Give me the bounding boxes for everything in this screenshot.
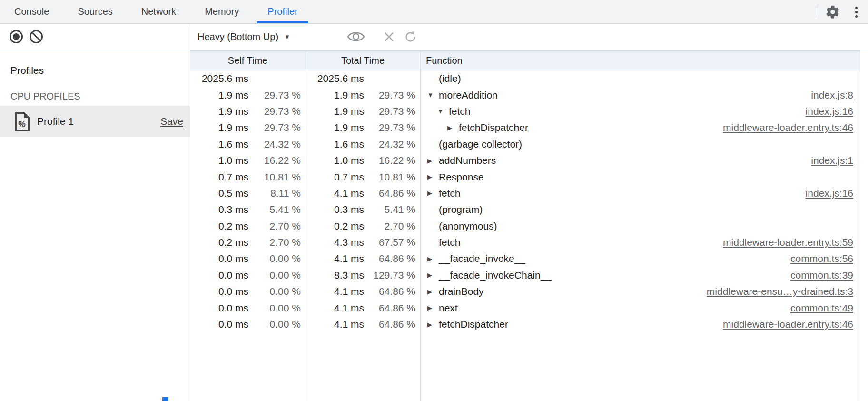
expand-arrow-icon[interactable]: ▶ <box>427 288 439 295</box>
table-row[interactable]: 1.9 ms29.73 %1.9 ms29.73 %▼moreAdditioni… <box>190 87 860 103</box>
profile-view-dropdown[interactable]: Heavy (Bottom Up) ▼ <box>197 24 290 50</box>
function-name: fetchDispatcher <box>459 122 528 133</box>
source-link[interactable]: middleware-loader.entry.ts:46 <box>723 122 860 133</box>
sidebar-divider[interactable] <box>190 24 190 401</box>
more-options-icon[interactable] <box>851 5 861 20</box>
expand-arrow-icon[interactable]: ▶ <box>427 321 439 328</box>
source-link[interactable]: middleware-loader.entry.ts:59 <box>723 237 860 248</box>
column-divider-total-function[interactable] <box>420 50 421 401</box>
expand-arrow-icon[interactable]: ▶ <box>427 271 439 279</box>
total-time-ms: 4.1 ms <box>306 302 364 314</box>
function-cell: ▶Response <box>420 171 860 183</box>
table-row[interactable]: 0.3 ms5.41 %0.3 ms5.41 %(program) <box>190 201 860 218</box>
expand-arrow-icon[interactable]: ▶ <box>427 190 439 197</box>
exclude-selected-icon[interactable] <box>384 24 395 50</box>
column-header-function[interactable]: Function <box>420 55 860 66</box>
self-time-pct: 0.00 % <box>248 253 301 264</box>
function-cell: ▼moreAdditionindex.js:8 <box>420 90 860 101</box>
clear-icon[interactable] <box>30 30 43 43</box>
table-row[interactable]: 0.0 ms0.00 %8.3 ms129.73 %▶__facade_invo… <box>190 267 860 283</box>
tabbar-controls <box>816 0 861 24</box>
self-time-cell: 2025.6 ms <box>190 73 306 84</box>
expand-arrow-icon[interactable]: ▶ <box>427 157 439 164</box>
tab-network[interactable]: Network <box>127 0 190 23</box>
function-name: (anonymous) <box>439 221 497 232</box>
table-row[interactable]: 0.2 ms2.70 %0.2 ms2.70 %(anonymous) <box>190 218 860 234</box>
column-header-total-time[interactable]: Total Time <box>306 55 420 66</box>
tab-memory[interactable]: Memory <box>190 0 253 23</box>
table-row[interactable]: 0.0 ms0.00 %4.1 ms64.86 %▶nextcommon.ts:… <box>190 300 860 316</box>
expand-arrow-icon[interactable]: ▶ <box>427 255 439 262</box>
tab-profiler[interactable]: Profiler <box>253 0 312 23</box>
function-cell: (garbage collector) <box>420 139 860 150</box>
expand-arrow-icon[interactable]: ▶ <box>427 304 439 311</box>
function-cell: ▶fetchDispatchermiddleware-loader.entry.… <box>420 122 860 133</box>
table-row[interactable]: 0.0 ms0.00 %4.1 ms64.86 %▶__facade_invok… <box>190 251 860 267</box>
table-row[interactable]: 0.7 ms10.81 %0.7 ms10.81 %▶Response <box>190 169 860 185</box>
total-time-pct: 29.73 % <box>364 122 415 133</box>
self-time-cell: 0.0 ms0.00 % <box>190 302 306 314</box>
source-link[interactable]: index.js:8 <box>811 90 860 101</box>
total-time-pct: 24.32 % <box>364 139 415 150</box>
expand-arrow-icon[interactable]: ▼ <box>437 108 449 115</box>
function-name: moreAddition <box>439 90 498 101</box>
source-link[interactable]: middleware-loader.entry.ts:46 <box>723 319 860 330</box>
function-name: (garbage collector) <box>439 139 522 150</box>
record-icon[interactable] <box>10 30 23 43</box>
expand-arrow-icon[interactable]: ▶ <box>447 124 459 131</box>
self-time-pct: 24.32 % <box>248 139 301 150</box>
source-link[interactable]: index.js:1 <box>811 155 860 166</box>
column-divider-self-total[interactable] <box>306 50 306 401</box>
source-link[interactable]: middleware-ensu…y-drained.ts:3 <box>707 286 860 297</box>
focus-selected-icon[interactable] <box>346 24 365 50</box>
expand-arrow-icon[interactable]: ▼ <box>427 91 439 99</box>
total-time-pct: 129.73 % <box>364 270 415 281</box>
table-row[interactable]: 0.0 ms0.00 %4.1 ms64.86 %▶drainBodymiddl… <box>190 283 860 300</box>
self-time-cell: 1.9 ms29.73 % <box>190 90 306 101</box>
self-time-cell: 0.0 ms0.00 % <box>190 270 306 281</box>
table-row[interactable]: 1.0 ms16.22 %1.0 ms16.22 %▶addNumbersind… <box>190 152 860 169</box>
profile-item[interactable]: % Profile 1 Save <box>0 106 190 137</box>
table-row[interactable]: 0.2 ms2.70 %4.3 ms67.57 %fetchmiddleware… <box>190 234 860 251</box>
total-time-pct: 64.86 % <box>364 286 415 297</box>
total-time-cell: 0.2 ms2.70 % <box>306 221 420 232</box>
total-time-cell: 4.3 ms67.57 % <box>306 237 420 248</box>
self-time-pct: 10.81 % <box>248 171 301 183</box>
function-name: fetch <box>439 188 461 199</box>
source-link[interactable]: index.js:16 <box>806 188 860 199</box>
table-row[interactable]: 1.9 ms29.73 %1.9 ms29.73 %▼fetchindex.js… <box>190 103 860 120</box>
function-name: __facade_invoke__ <box>439 253 525 264</box>
table-row[interactable]: 1.6 ms24.32 %1.6 ms24.32 %(garbage colle… <box>190 136 860 152</box>
column-header-self-time[interactable]: Self Time <box>190 55 306 66</box>
table-row[interactable]: 1.9 ms29.73 %1.9 ms29.73 %▶fetchDispatch… <box>190 120 860 136</box>
self-time-ms: 1.6 ms <box>190 139 248 150</box>
restore-all-icon[interactable] <box>404 24 417 50</box>
self-time-pct: 16.22 % <box>248 155 301 166</box>
table-row[interactable]: 0.0 ms0.00 %4.1 ms64.86 %▶fetchDispatche… <box>190 316 860 332</box>
save-link[interactable]: Save <box>160 116 183 127</box>
total-time-pct: 67.57 % <box>364 237 415 248</box>
settings-gear-icon[interactable] <box>825 4 841 20</box>
source-link[interactable]: common.ts:49 <box>790 302 860 314</box>
self-time-cell: 0.2 ms2.70 % <box>190 237 306 248</box>
self-time-pct: 5.41 % <box>248 204 301 215</box>
source-link[interactable]: common.ts:56 <box>790 253 860 264</box>
self-time-cell: 1.0 ms16.22 % <box>190 155 306 166</box>
source-link[interactable]: common.ts:39 <box>790 270 860 281</box>
table-header: Self Time Total Time Function <box>190 50 860 70</box>
total-time-pct: 64.86 % <box>364 319 415 330</box>
source-link[interactable]: index.js:16 <box>806 106 860 117</box>
total-time-cell: 2025.6 ms <box>306 73 420 84</box>
total-time-ms: 4.1 ms <box>306 286 364 297</box>
self-time-cell: 1.6 ms24.32 % <box>190 139 306 150</box>
tab-console[interactable]: Console <box>0 0 63 23</box>
self-time-cell: 0.5 ms8.11 % <box>190 188 306 199</box>
function-name: fetchDispatcher <box>439 319 508 330</box>
table-row[interactable]: 0.5 ms8.11 %4.1 ms64.86 %▶fetchindex.js:… <box>190 185 860 201</box>
total-time-ms: 4.1 ms <box>306 319 364 330</box>
expand-arrow-icon[interactable]: ▶ <box>427 173 439 180</box>
function-cell: ▶__facade_invokeChain__common.ts:39 <box>420 270 860 281</box>
tab-sources[interactable]: Sources <box>63 0 127 23</box>
table-row[interactable]: 2025.6 ms2025.6 ms(idle) <box>190 70 860 87</box>
tabbar-divider <box>816 6 816 18</box>
